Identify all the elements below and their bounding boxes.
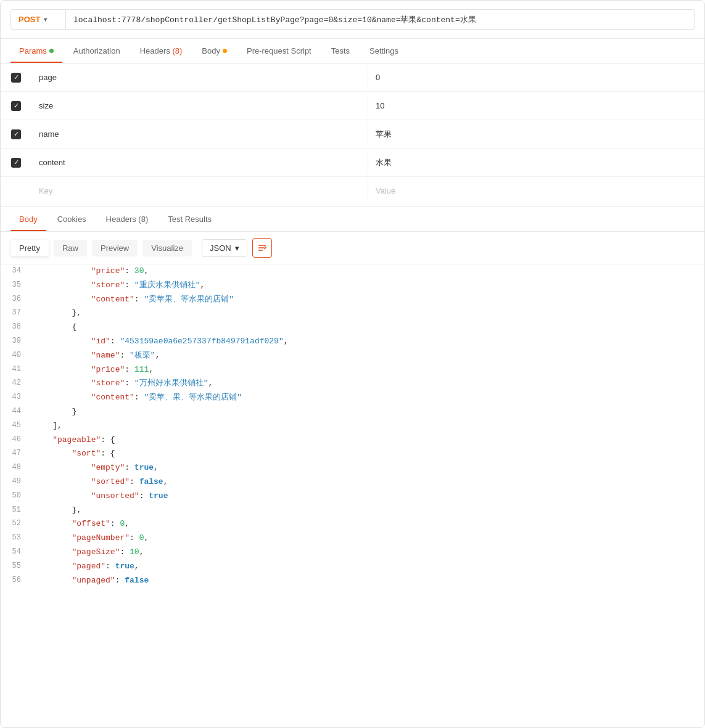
tab-settings[interactable]: Settings [361,39,407,63]
param-value-empty[interactable]: Value [368,180,704,202]
param-value-content[interactable]: 水果 [368,151,704,174]
visualize-button[interactable]: Visualize [142,240,192,256]
line-number: 43 [1,391,28,404]
line-number: 35 [1,279,28,292]
tab-settings-label: Settings [369,46,398,55]
param-key-empty[interactable]: Key [31,180,368,202]
param-key-name[interactable]: name [31,123,368,145]
line-content: } [28,405,81,419]
response-tab-body[interactable]: Body [10,207,46,231]
line-number: 34 [1,264,28,277]
response-tab-test-results[interactable]: Test Results [159,207,220,231]
url-input[interactable] [66,9,695,30]
url-bar: POST ▾ [1,1,704,39]
line-number: 54 [1,546,28,558]
line-number: 45 [1,419,28,432]
line-number: 50 [1,489,28,502]
json-line: 37 }, [1,306,704,321]
json-line: 34 "price": 30, [1,264,704,279]
checkbox-size[interactable]: ✓ [11,101,21,111]
preview-button[interactable]: Preview [92,240,138,256]
param-row-page: ✓ page 0 [1,63,704,92]
response-tab-headers-label: Headers (8) [106,215,149,224]
method-selector[interactable]: POST ▾ [10,9,66,30]
line-content: "id": "453159ae0a6e257337fb849791adf029"… [28,335,294,349]
tab-pre-request[interactable]: Pre-request Script [238,39,320,63]
json-line: 52 "offset": 0, [1,517,704,531]
params-dot [49,49,54,53]
value-placeholder: Value [376,186,395,195]
line-number: 55 [1,560,28,573]
json-line: 45 ], [1,419,704,433]
json-line: 50 "unsorted": true [1,489,704,504]
response-tab-cookies[interactable]: Cookies [49,207,95,231]
line-content: "store": "重庆水果供销社", [28,279,210,293]
tab-headers[interactable]: Headers (8) [131,39,191,63]
line-content: }, [28,504,86,518]
word-wrap-button[interactable] [252,238,272,258]
line-content: "sort": { [28,447,120,461]
param-value-page[interactable]: 0 [368,67,704,88]
line-content: { [28,321,81,335]
line-number: 38 [1,321,28,333]
response-tab-test-results-label: Test Results [168,215,212,224]
tab-params[interactable]: Params [10,39,62,63]
json-content: 34 "price": 30,35 "store": "重庆水果供销社",36 … [1,264,704,587]
line-content: "unpaged": false [28,574,154,588]
json-line: 47 "sort": { [1,447,704,461]
line-content: "content": "卖苹果、等水果的店铺" [28,293,239,307]
body-dot [223,49,227,53]
line-number: 46 [1,433,28,446]
param-row-name: ✓ name 苹果 [1,120,704,149]
line-number: 49 [1,475,28,488]
line-number: 53 [1,531,28,544]
response-tabs: Body Cookies Headers (8) Test Results [1,207,704,232]
json-line: 48 "empty": true, [1,461,704,475]
param-key-page[interactable]: page [31,67,368,88]
json-type-label: JSON [210,243,231,253]
param-row-size: ✓ size 10 [1,92,704,120]
param-row-content: ✓ content 水果 [1,149,704,177]
line-number: 48 [1,461,28,474]
param-value-size[interactable]: 10 [368,95,704,117]
line-content: "offset": 0, [28,517,134,531]
json-line: 46 "pageable": { [1,433,704,448]
tab-authorization[interactable]: Authorization [65,39,129,63]
param-check-size[interactable]: ✓ [1,101,31,111]
tab-headers-label: Headers (8) [140,46,183,55]
params-table: ✓ page 0 ✓ size 10 ✓ name 苹果 ✓ content 水… [1,63,704,205]
param-check-page[interactable]: ✓ [1,73,31,83]
line-content: "pageNumber": 0, [28,531,154,546]
json-type-selector[interactable]: JSON ▾ [202,239,247,257]
json-line: 55 "paged": true, [1,560,704,574]
json-line: 40 "name": "板栗", [1,349,704,363]
line-content: "store": "万州好水果供销社", [28,377,218,391]
line-number: 47 [1,447,28,460]
param-key-content[interactable]: content [31,152,368,173]
checkbox-name[interactable]: ✓ [11,129,21,139]
tab-body[interactable]: Body [193,39,236,63]
pretty-button[interactable]: Pretty [10,240,49,256]
line-content: "unsorted": true [28,489,173,504]
param-key-size[interactable]: size [31,95,368,117]
line-content: "pageSize": 10, [28,546,149,560]
line-number: 42 [1,377,28,390]
line-number: 56 [1,574,28,587]
line-number: 39 [1,335,28,348]
key-placeholder: Key [39,186,52,195]
tab-tests[interactable]: Tests [323,39,358,63]
checkbox-content[interactable]: ✓ [11,158,21,168]
param-check-name[interactable]: ✓ [1,129,31,139]
json-line: 53 "pageNumber": 0, [1,531,704,546]
line-content: "content": "卖苹、果、等水果的店铺" [28,391,247,405]
response-tab-headers[interactable]: Headers (8) [97,207,157,231]
raw-button[interactable]: Raw [54,240,87,256]
checkbox-page[interactable]: ✓ [11,73,21,83]
json-line: 44 } [1,405,704,419]
param-value-name[interactable]: 苹果 [368,123,704,146]
line-content: "empty": true, [28,461,163,475]
app-container: POST ▾ Params Authorization Headers (8) … [0,0,705,728]
line-number: 37 [1,306,28,319]
param-check-content[interactable]: ✓ [1,158,31,168]
json-line: 38 { [1,321,704,335]
